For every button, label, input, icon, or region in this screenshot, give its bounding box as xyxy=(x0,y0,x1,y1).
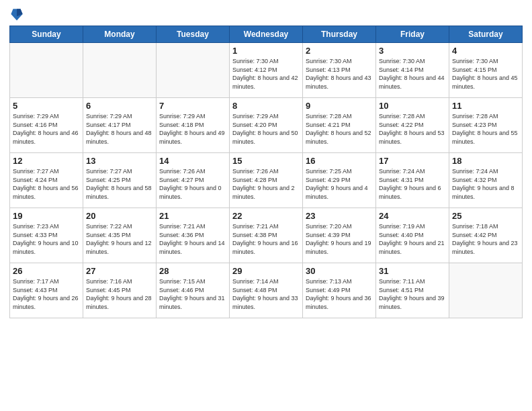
logo-icon xyxy=(11,7,23,21)
day-number: 1 xyxy=(232,46,300,56)
day-info: Sunrise: 7:26 AM Sunset: 4:27 PM Dayligh… xyxy=(159,167,226,201)
day-info: Sunrise: 7:22 AM Sunset: 4:35 PM Dayligh… xyxy=(86,222,153,256)
calendar-day-cell: 28Sunrise: 7:15 AM Sunset: 4:46 PM Dayli… xyxy=(157,263,230,318)
calendar-day-cell: 23Sunrise: 7:20 AM Sunset: 4:39 PM Dayli… xyxy=(303,208,376,263)
day-info: Sunrise: 7:11 AM Sunset: 4:51 PM Dayligh… xyxy=(379,277,446,311)
day-number: 26 xyxy=(13,266,80,276)
day-info: Sunrise: 7:30 AM Sunset: 4:13 PM Dayligh… xyxy=(306,57,373,91)
day-info: Sunrise: 7:29 AM Sunset: 4:18 PM Dayligh… xyxy=(159,112,226,146)
day-number: 29 xyxy=(232,266,300,276)
logo xyxy=(9,7,25,21)
calendar-body: 1Sunrise: 7:30 AM Sunset: 4:12 PM Daylig… xyxy=(10,43,523,318)
day-info: Sunrise: 7:23 AM Sunset: 4:33 PM Dayligh… xyxy=(13,222,80,256)
calendar-day-cell: 19Sunrise: 7:23 AM Sunset: 4:33 PM Dayli… xyxy=(10,208,83,263)
day-number: 16 xyxy=(306,156,373,166)
day-info: Sunrise: 7:15 AM Sunset: 4:46 PM Dayligh… xyxy=(159,277,226,311)
calendar-day-cell: 14Sunrise: 7:26 AM Sunset: 4:27 PM Dayli… xyxy=(157,153,230,208)
calendar-day-cell xyxy=(83,43,157,98)
day-info: Sunrise: 7:26 AM Sunset: 4:28 PM Dayligh… xyxy=(232,167,300,201)
day-number: 23 xyxy=(306,211,373,221)
calendar-day-cell: 7Sunrise: 7:29 AM Sunset: 4:18 PM Daylig… xyxy=(157,98,230,153)
day-info: Sunrise: 7:19 AM Sunset: 4:40 PM Dayligh… xyxy=(379,222,446,256)
weekday-cell: Sunday xyxy=(10,26,83,43)
day-info: Sunrise: 7:30 AM Sunset: 4:12 PM Dayligh… xyxy=(232,57,300,91)
day-number: 19 xyxy=(13,211,80,221)
calendar-day-cell: 11Sunrise: 7:28 AM Sunset: 4:23 PM Dayli… xyxy=(449,98,523,153)
calendar-day-cell: 9Sunrise: 7:28 AM Sunset: 4:21 PM Daylig… xyxy=(303,98,376,153)
calendar-day-cell: 16Sunrise: 7:25 AM Sunset: 4:29 PM Dayli… xyxy=(303,153,376,208)
calendar-day-cell: 27Sunrise: 7:16 AM Sunset: 4:45 PM Dayli… xyxy=(83,263,157,318)
calendar-container: SundayMondayTuesdayWednesdayThursdayFrid… xyxy=(0,0,532,322)
calendar-day-cell: 26Sunrise: 7:17 AM Sunset: 4:43 PM Dayli… xyxy=(10,263,83,318)
calendar-day-cell: 29Sunrise: 7:14 AM Sunset: 4:48 PM Dayli… xyxy=(230,263,303,318)
calendar-day-cell: 5Sunrise: 7:29 AM Sunset: 4:16 PM Daylig… xyxy=(10,98,83,153)
calendar-day-cell: 24Sunrise: 7:19 AM Sunset: 4:40 PM Dayli… xyxy=(376,208,449,263)
header-row xyxy=(9,7,523,21)
calendar-day-cell: 21Sunrise: 7:21 AM Sunset: 4:36 PM Dayli… xyxy=(157,208,230,263)
weekday-cell: Wednesday xyxy=(230,26,303,43)
day-number: 31 xyxy=(379,266,446,276)
calendar-day-cell: 8Sunrise: 7:29 AM Sunset: 4:20 PM Daylig… xyxy=(230,98,303,153)
day-number: 6 xyxy=(86,101,153,111)
svg-marker-1 xyxy=(17,9,23,16)
day-number: 5 xyxy=(13,101,80,111)
calendar-day-cell: 25Sunrise: 7:18 AM Sunset: 4:42 PM Dayli… xyxy=(449,208,523,263)
weekday-cell: Saturday xyxy=(449,26,523,43)
day-number: 24 xyxy=(379,211,446,221)
day-number: 27 xyxy=(86,266,153,276)
day-number: 18 xyxy=(452,156,519,166)
calendar-day-cell: 18Sunrise: 7:24 AM Sunset: 4:32 PM Dayli… xyxy=(449,153,523,208)
weekday-cell: Monday xyxy=(83,26,157,43)
day-number: 12 xyxy=(13,156,80,166)
day-number: 2 xyxy=(306,46,373,56)
day-info: Sunrise: 7:29 AM Sunset: 4:16 PM Dayligh… xyxy=(13,112,80,146)
day-number: 21 xyxy=(159,211,226,221)
day-info: Sunrise: 7:18 AM Sunset: 4:42 PM Dayligh… xyxy=(452,222,519,256)
day-info: Sunrise: 7:14 AM Sunset: 4:48 PM Dayligh… xyxy=(232,277,300,311)
day-info: Sunrise: 7:21 AM Sunset: 4:38 PM Dayligh… xyxy=(232,222,300,256)
calendar-day-cell: 20Sunrise: 7:22 AM Sunset: 4:35 PM Dayli… xyxy=(83,208,157,263)
day-number: 10 xyxy=(379,101,446,111)
day-info: Sunrise: 7:13 AM Sunset: 4:49 PM Dayligh… xyxy=(306,277,373,311)
calendar-day-cell: 15Sunrise: 7:26 AM Sunset: 4:28 PM Dayli… xyxy=(230,153,303,208)
calendar-day-cell: 31Sunrise: 7:11 AM Sunset: 4:51 PM Dayli… xyxy=(376,263,449,318)
calendar-week-row: 1Sunrise: 7:30 AM Sunset: 4:12 PM Daylig… xyxy=(10,43,523,98)
calendar-day-cell: 30Sunrise: 7:13 AM Sunset: 4:49 PM Dayli… xyxy=(303,263,376,318)
calendar-day-cell: 3Sunrise: 7:30 AM Sunset: 4:14 PM Daylig… xyxy=(376,43,449,98)
day-info: Sunrise: 7:16 AM Sunset: 4:45 PM Dayligh… xyxy=(86,277,153,311)
day-info: Sunrise: 7:30 AM Sunset: 4:15 PM Dayligh… xyxy=(452,57,519,91)
day-info: Sunrise: 7:27 AM Sunset: 4:25 PM Dayligh… xyxy=(86,167,153,201)
calendar-day-cell: 1Sunrise: 7:30 AM Sunset: 4:12 PM Daylig… xyxy=(230,43,303,98)
day-info: Sunrise: 7:29 AM Sunset: 4:17 PM Dayligh… xyxy=(86,112,153,146)
day-info: Sunrise: 7:29 AM Sunset: 4:20 PM Dayligh… xyxy=(232,112,300,146)
weekday-header-row: SundayMondayTuesdayWednesdayThursdayFrid… xyxy=(10,26,523,43)
day-number: 30 xyxy=(306,266,373,276)
day-info: Sunrise: 7:28 AM Sunset: 4:21 PM Dayligh… xyxy=(306,112,373,146)
calendar-day-cell: 6Sunrise: 7:29 AM Sunset: 4:17 PM Daylig… xyxy=(83,98,157,153)
calendar-week-row: 26Sunrise: 7:17 AM Sunset: 4:43 PM Dayli… xyxy=(10,263,523,318)
day-info: Sunrise: 7:28 AM Sunset: 4:23 PM Dayligh… xyxy=(452,112,519,146)
day-number: 15 xyxy=(232,156,300,166)
day-number: 9 xyxy=(306,101,373,111)
day-info: Sunrise: 7:21 AM Sunset: 4:36 PM Dayligh… xyxy=(159,222,226,256)
day-info: Sunrise: 7:30 AM Sunset: 4:14 PM Dayligh… xyxy=(379,57,446,91)
calendar-day-cell xyxy=(10,43,83,98)
day-info: Sunrise: 7:27 AM Sunset: 4:24 PM Dayligh… xyxy=(13,167,80,201)
calendar-day-cell xyxy=(449,263,523,318)
day-number: 14 xyxy=(159,156,226,166)
day-number: 20 xyxy=(86,211,153,221)
day-number: 4 xyxy=(452,46,519,56)
weekday-cell: Tuesday xyxy=(157,26,230,43)
calendar-day-cell: 22Sunrise: 7:21 AM Sunset: 4:38 PM Dayli… xyxy=(230,208,303,263)
day-info: Sunrise: 7:24 AM Sunset: 4:32 PM Dayligh… xyxy=(452,167,519,201)
day-info: Sunrise: 7:25 AM Sunset: 4:29 PM Dayligh… xyxy=(306,167,373,201)
calendar-week-row: 12Sunrise: 7:27 AM Sunset: 4:24 PM Dayli… xyxy=(10,153,523,208)
day-info: Sunrise: 7:17 AM Sunset: 4:43 PM Dayligh… xyxy=(13,277,80,311)
calendar-day-cell: 12Sunrise: 7:27 AM Sunset: 4:24 PM Dayli… xyxy=(10,153,83,208)
calendar-day-cell: 10Sunrise: 7:28 AM Sunset: 4:22 PM Dayli… xyxy=(376,98,449,153)
calendar-day-cell: 17Sunrise: 7:24 AM Sunset: 4:31 PM Dayli… xyxy=(376,153,449,208)
calendar-week-row: 19Sunrise: 7:23 AM Sunset: 4:33 PM Dayli… xyxy=(10,208,523,263)
day-info: Sunrise: 7:28 AM Sunset: 4:22 PM Dayligh… xyxy=(379,112,446,146)
day-number: 7 xyxy=(159,101,226,111)
day-number: 25 xyxy=(452,211,519,221)
